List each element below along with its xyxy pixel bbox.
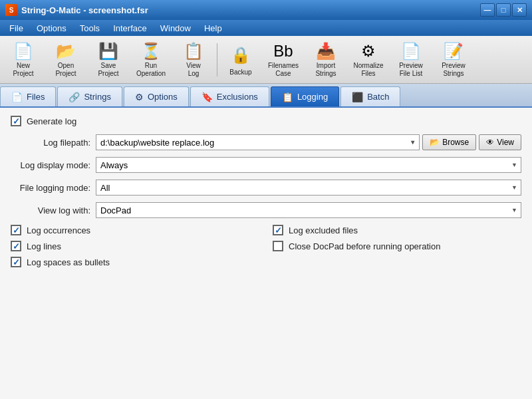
close-docpad-row: Close DocPad before running operation bbox=[273, 241, 521, 251]
open-project-icon: 📂 bbox=[54, 42, 78, 61]
run-operation-label: Run Operation bbox=[136, 62, 166, 78]
toolbar-btn-backup[interactable]: 🔒Backup bbox=[220, 39, 261, 80]
log-spaces-checkbox[interactable] bbox=[11, 257, 21, 267]
batch-tab-label: Batch bbox=[367, 92, 389, 102]
options-tab-icon: ⚙ bbox=[135, 92, 144, 102]
toolbar-btn-preview-strings[interactable]: 📝Preview Strings bbox=[433, 39, 474, 80]
log-occurrences-label: Log occurrences bbox=[27, 225, 90, 235]
menu-item-help[interactable]: Help bbox=[198, 22, 229, 35]
menu-item-tools[interactable]: Tools bbox=[73, 22, 106, 35]
generate-log-label: Generate log bbox=[27, 116, 76, 126]
generate-log-row: Generate log bbox=[11, 116, 521, 126]
log-filepath-row: Log filepath: ▼ 📂 Browse 👁 View bbox=[11, 134, 521, 150]
log-display-mode-wrapper: Always Never On Error bbox=[96, 157, 521, 173]
minimize-button[interactable]: — bbox=[480, 3, 495, 17]
maximize-button[interactable]: □ bbox=[496, 3, 511, 17]
view-icon: 👁 bbox=[486, 138, 494, 147]
log-lines-row: Log lines bbox=[11, 241, 259, 251]
log-display-mode-select[interactable]: Always Never On Error bbox=[96, 157, 521, 173]
browse-button[interactable]: 📂 Browse bbox=[422, 134, 476, 150]
log-occurrences-row: Log occurrences bbox=[11, 225, 259, 235]
file-logging-mode-select[interactable]: All Changed None bbox=[96, 180, 521, 196]
menu-bar: FileOptionsToolsInterfaceWindowHelp bbox=[0, 20, 532, 36]
close-docpad-label: Close DocPad before running operation bbox=[289, 241, 440, 251]
files-tab-label: Files bbox=[27, 92, 45, 102]
strings-tab-icon: 🔗 bbox=[68, 92, 80, 102]
tab-files[interactable]: 📄Files bbox=[0, 86, 56, 106]
options-tab-label: Options bbox=[148, 92, 178, 102]
filenames-case-label: Filenames Case bbox=[268, 62, 299, 78]
file-logging-mode-wrapper: All Changed None bbox=[96, 180, 521, 196]
preview-strings-label: Preview Strings bbox=[442, 62, 466, 78]
toolbar-btn-view-log[interactable]: 📋View Log bbox=[173, 39, 214, 80]
tab-options[interactable]: ⚙Options bbox=[124, 86, 189, 106]
generate-log-checkbox[interactable] bbox=[11, 116, 21, 126]
view-log-with-wrapper: DocPad Notepad Default bbox=[96, 202, 521, 218]
file-logging-mode-label: File logging mode: bbox=[11, 183, 90, 193]
files-tab-icon: 📄 bbox=[11, 92, 23, 102]
logging-tab-icon: 📋 bbox=[282, 92, 293, 102]
menu-item-file[interactable]: File bbox=[3, 22, 30, 35]
view-button[interactable]: 👁 View bbox=[479, 134, 521, 150]
save-project-icon: 💾 bbox=[96, 42, 120, 61]
menu-item-window[interactable]: Window bbox=[154, 22, 198, 35]
open-project-label: Open Project bbox=[55, 62, 76, 78]
preview-strings-icon: 📝 bbox=[442, 42, 466, 61]
new-project-icon: 📄 bbox=[11, 42, 35, 61]
log-display-mode-row: Log display mode: Always Never On Error bbox=[11, 157, 521, 173]
toolbar-btn-new-project[interactable]: 📄New Project bbox=[3, 39, 44, 80]
filenames-case-icon: Bb bbox=[271, 42, 295, 61]
log-filepath-input[interactable] bbox=[96, 134, 420, 150]
logging-panel: Generate log Log filepath: ▼ 📂 Browse 👁 … bbox=[0, 108, 532, 399]
app-icon: S bbox=[5, 4, 17, 16]
tabs-bar: 📄Files🔗Strings⚙Options🔖Exclusions📋Loggin… bbox=[0, 84, 532, 108]
toolbar-btn-preview-file-list[interactable]: 📄Preview File List bbox=[390, 39, 432, 80]
log-lines-checkbox[interactable] bbox=[11, 241, 21, 251]
tab-logging[interactable]: 📋Logging bbox=[271, 86, 339, 106]
view-log-label: View Log bbox=[186, 62, 201, 78]
exclusions-tab-icon: 🔖 bbox=[201, 92, 213, 102]
backup-label: Backup bbox=[229, 68, 251, 76]
log-filepath-label: Log filepath: bbox=[11, 138, 90, 148]
menu-item-interface[interactable]: Interface bbox=[106, 22, 154, 35]
log-filepath-group: ▼ 📂 Browse 👁 View bbox=[96, 134, 521, 150]
batch-tab-icon: ⬛ bbox=[352, 92, 363, 102]
view-log-with-select[interactable]: DocPad Notepad Default bbox=[96, 202, 521, 218]
menu-item-options[interactable]: Options bbox=[30, 22, 73, 35]
tab-batch[interactable]: ⬛Batch bbox=[340, 86, 400, 106]
logging-tab-label: Logging bbox=[297, 92, 328, 102]
view-log-with-label: View log with: bbox=[11, 205, 90, 215]
log-spaces-label: Log spaces as bullets bbox=[27, 257, 110, 267]
view-log-with-row: View log with: DocPad Notepad Default bbox=[11, 202, 521, 218]
window-controls: — □ ✕ bbox=[480, 3, 527, 17]
toolbar-separator bbox=[217, 43, 217, 76]
close-docpad-checkbox[interactable] bbox=[273, 241, 283, 251]
preview-file-list-icon: 📄 bbox=[399, 42, 423, 61]
browse-icon: 📂 bbox=[430, 138, 440, 147]
toolbar-btn-save-project[interactable]: 💾Save Project bbox=[88, 39, 129, 80]
import-strings-label: Import Strings bbox=[315, 62, 336, 78]
log-lines-label: Log lines bbox=[27, 241, 61, 251]
log-display-mode-label: Log display mode: bbox=[11, 160, 90, 170]
checkboxes-section: Log occurrences Log excluded files Log l… bbox=[11, 225, 521, 267]
close-button[interactable]: ✕ bbox=[512, 3, 527, 17]
file-logging-mode-row: File logging mode: All Changed None bbox=[11, 180, 521, 196]
log-spaces-row: Log spaces as bullets bbox=[11, 257, 259, 267]
backup-icon: 🔒 bbox=[229, 43, 253, 67]
strings-tab-label: Strings bbox=[84, 92, 110, 102]
normalize-files-icon: ⚙ bbox=[356, 42, 380, 61]
import-strings-icon: 📥 bbox=[314, 42, 338, 61]
tab-strings[interactable]: 🔗Strings bbox=[57, 86, 122, 106]
toolbar-btn-import-strings[interactable]: 📥Import Strings bbox=[305, 39, 346, 80]
title-bar: S String-O-Matic - screenshot.fsr — □ ✕ bbox=[0, 0, 532, 20]
toolbar-btn-normalize-files[interactable]: ⚙Normalize Files bbox=[348, 39, 389, 80]
toolbar-btn-filenames-case[interactable]: BbFilenames Case bbox=[263, 39, 304, 80]
tab-exclusions[interactable]: 🔖Exclusions bbox=[190, 86, 269, 106]
log-excluded-files-checkbox[interactable] bbox=[273, 225, 283, 235]
preview-file-list-label: Preview File List bbox=[399, 62, 423, 78]
log-occurrences-checkbox[interactable] bbox=[11, 225, 21, 235]
toolbar-btn-open-project[interactable]: 📂Open Project bbox=[45, 39, 86, 80]
normalize-files-label: Normalize Files bbox=[353, 62, 383, 78]
toolbar-btn-run-operation[interactable]: ⏳Run Operation bbox=[130, 39, 172, 80]
log-excluded-files-label: Log excluded files bbox=[289, 225, 358, 235]
